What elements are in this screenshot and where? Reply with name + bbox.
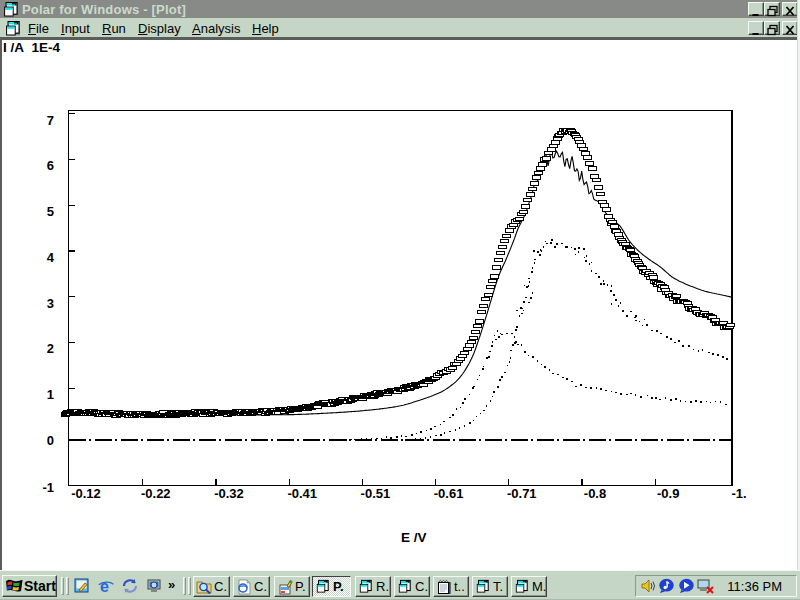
svg-text:-0.51: -0.51 <box>361 486 391 501</box>
svg-text:I /A 1E-4: I /A 1E-4 <box>3 40 61 55</box>
svg-text:-0.32: -0.32 <box>214 486 244 501</box>
svg-text:2: 2 <box>47 341 54 356</box>
svg-text:5: 5 <box>47 204 54 219</box>
svg-text:-1: -1 <box>42 480 54 495</box>
svg-text:-0.9: -0.9 <box>657 486 679 501</box>
svg-text:0: 0 <box>47 433 54 448</box>
svg-text:-0.41: -0.41 <box>287 486 317 501</box>
svg-text:-0.22: -0.22 <box>141 486 171 501</box>
svg-text:e: e <box>100 578 109 594</box>
svg-text:4: 4 <box>47 250 55 265</box>
svg-text:E /V: E /V <box>401 530 427 545</box>
svg-text:-1.: -1. <box>731 486 746 501</box>
svg-text:-0.61: -0.61 <box>434 486 464 501</box>
svg-text:-0.12: -0.12 <box>71 486 101 501</box>
svg-text:-0.71: -0.71 <box>507 486 537 501</box>
svg-text:3: 3 <box>47 296 54 311</box>
svg-text:6: 6 <box>47 158 54 173</box>
svg-text:7: 7 <box>47 113 54 128</box>
svg-text:-0.8: -0.8 <box>584 486 606 501</box>
svg-text:1: 1 <box>47 387 54 402</box>
